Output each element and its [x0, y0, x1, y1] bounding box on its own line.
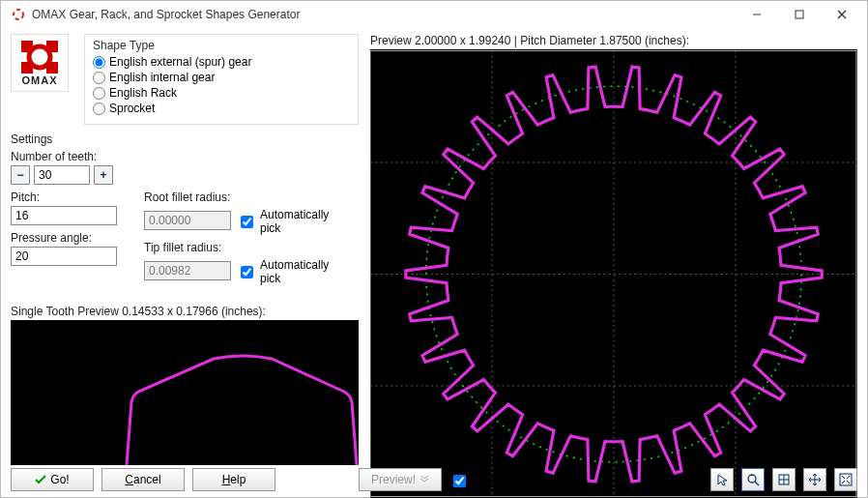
root-fillet-input: [144, 211, 231, 230]
teeth-decrement-button[interactable]: −: [11, 165, 30, 185]
app-window: OMAX Gear, Rack, and Sprocket Shapes Gen…: [0, 0, 868, 498]
preview-button[interactable]: Preview!: [359, 468, 442, 491]
teeth-increment-button[interactable]: +: [94, 165, 113, 185]
svg-point-21: [748, 475, 756, 483]
tip-fillet-auto-checkbox[interactable]: [241, 266, 253, 278]
num-teeth-label: Number of teeth:: [11, 150, 359, 163]
close-button[interactable]: [821, 1, 863, 28]
check-icon: [35, 474, 46, 485]
tip-fillet-auto-label: Automatically pick: [260, 258, 347, 285]
cancel-button[interactable]: Cancel: [101, 468, 185, 491]
single-tooth-label: Single Tooth Preview 0.14533 x 0.17966 (…: [11, 305, 359, 318]
radio-rack[interactable]: [93, 87, 105, 100]
fit-tool-button[interactable]: [834, 468, 857, 491]
window-controls: [736, 1, 863, 28]
root-fillet-auto-label: Automatically pick: [260, 208, 347, 235]
radio-external-gear-label: English external (spur) gear: [109, 55, 251, 69]
window-title: OMAX Gear, Rack, and Sprocket Shapes Gen…: [32, 8, 736, 21]
maximize-button[interactable]: [778, 1, 821, 28]
svg-rect-2: [796, 11, 803, 18]
app-icon: [11, 7, 26, 22]
pitch-input[interactable]: [11, 206, 117, 225]
zoom-tool-button[interactable]: [741, 468, 765, 491]
titlebar: OMAX Gear, Rack, and Sprocket Shapes Gen…: [1, 1, 867, 28]
auto-preview-label: Auto preview: [473, 474, 539, 487]
grid-tool-button[interactable]: [772, 468, 796, 491]
auto-preview-checkbox[interactable]: [453, 475, 466, 487]
main-preview-label: Preview 2.00000 x 1.99240 | Pitch Diamet…: [370, 34, 857, 47]
radio-external-gear[interactable]: [93, 56, 105, 69]
svg-line-22: [755, 482, 759, 485]
logo-text: OMAX: [22, 74, 58, 86]
bottom-toolbar: Go! Cancel Help Preview! Auto preview: [11, 468, 857, 491]
shape-type-label: Shape Type: [93, 39, 350, 52]
settings-label: Settings: [11, 132, 359, 146]
tip-fillet-input: [144, 261, 231, 280]
tip-fillet-label: Tip fillet radius:: [144, 241, 347, 254]
svg-point-9: [29, 46, 50, 68]
go-button[interactable]: Go!: [11, 468, 94, 491]
minimize-button[interactable]: [736, 1, 778, 28]
radio-internal-gear[interactable]: [93, 72, 105, 84]
svg-rect-26: [840, 474, 852, 485]
chevron-up-icon: [420, 476, 429, 483]
radio-rack-label: English Rack: [109, 86, 177, 100]
main-preview-canvas: [370, 49, 857, 498]
pressure-angle-label: Pressure angle:: [11, 231, 117, 245]
radio-sprocket-label: Sprocket: [109, 102, 155, 115]
num-teeth-input[interactable]: [34, 165, 90, 185]
radio-internal-gear-label: English internal gear: [109, 71, 215, 84]
pressure-angle-input[interactable]: [11, 247, 117, 266]
cursor-tool-button[interactable]: [710, 468, 734, 491]
svg-point-0: [14, 10, 23, 19]
omax-logo: OMAX: [11, 34, 69, 92]
help-button[interactable]: Help: [192, 468, 275, 491]
pan-tool-button[interactable]: [803, 468, 826, 491]
root-fillet-auto-checkbox[interactable]: [241, 216, 253, 228]
single-tooth-canvas: [11, 320, 359, 465]
pitch-label: Pitch:: [11, 190, 117, 204]
radio-sprocket[interactable]: [93, 103, 105, 115]
shape-type-group: Shape Type English external (spur) gear …: [84, 34, 359, 125]
root-fillet-label: Root fillet radius:: [144, 190, 347, 204]
